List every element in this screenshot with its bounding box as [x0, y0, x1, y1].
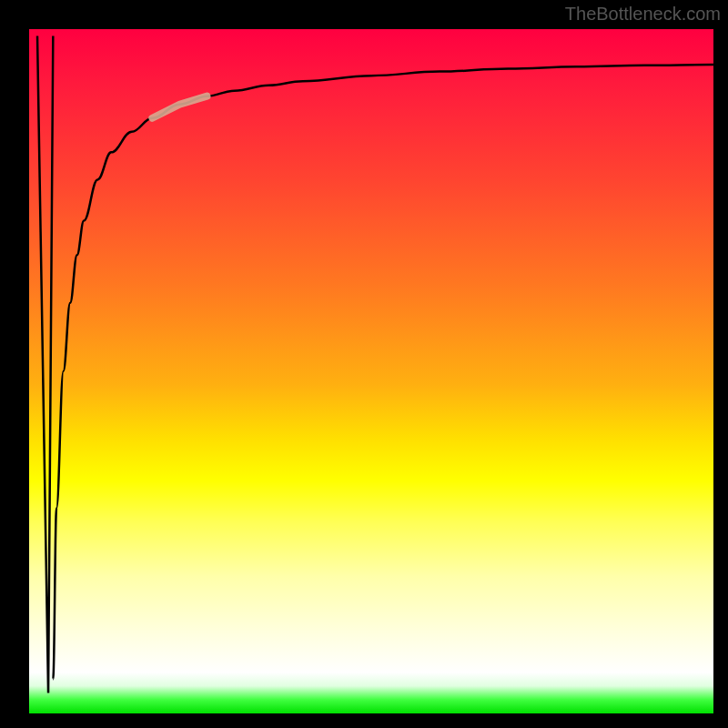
watermark-text: TheBottleneck.com: [565, 4, 721, 25]
highlight-segment: [152, 96, 207, 118]
asymptote-curve: [53, 65, 713, 679]
chart-curves: [29, 29, 713, 713]
spike-line: [37, 36, 53, 693]
